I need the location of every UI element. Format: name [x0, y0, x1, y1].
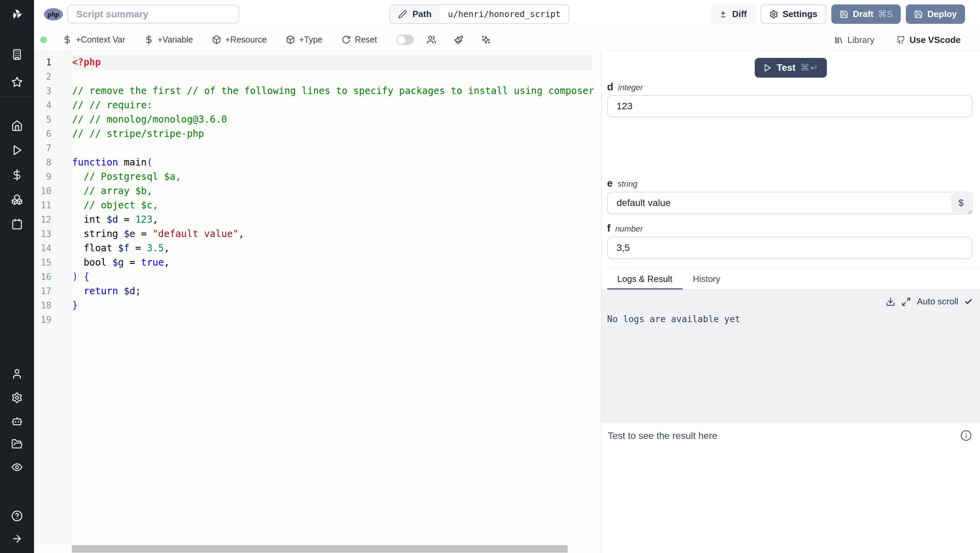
- dollar-icon: [63, 35, 72, 44]
- code-line[interactable]: [72, 70, 592, 84]
- add-variable-button[interactable]: +Variable: [144, 35, 193, 45]
- home-icon[interactable]: [9, 118, 25, 134]
- play-icon: [763, 63, 772, 72]
- tab-history[interactable]: History: [682, 269, 730, 289]
- workspace-building-icon[interactable]: [9, 46, 25, 63]
- code-line[interactable]: // object $c,: [72, 198, 592, 212]
- code-line[interactable]: }: [72, 298, 592, 312]
- user-icon[interactable]: [9, 366, 25, 382]
- code-line[interactable]: string $e = "default value",: [72, 227, 592, 241]
- schedules-calendar-icon[interactable]: [9, 216, 25, 232]
- diff-button[interactable]: Diff: [710, 5, 755, 24]
- variables-dollar-icon[interactable]: [9, 167, 25, 183]
- code-line[interactable]: return $d;: [72, 284, 592, 298]
- code-line[interactable]: <?php: [72, 55, 592, 70]
- add-resource-button[interactable]: +Resource: [212, 35, 267, 45]
- expand-sidebar-arrow-icon[interactable]: [9, 531, 25, 547]
- variable-label: +Variable: [158, 35, 193, 45]
- line-number: 9: [34, 170, 71, 184]
- library-button[interactable]: Library: [834, 35, 874, 45]
- line-number: 18: [34, 298, 71, 312]
- download-logs-icon[interactable]: [886, 297, 895, 306]
- test-label: Test: [776, 62, 795, 73]
- auto-scroll-check-icon[interactable]: [964, 298, 972, 306]
- draft-shortcut: ⌘S: [878, 9, 892, 19]
- add-context-var-button[interactable]: +Context Var: [63, 35, 125, 45]
- line-number: 6: [34, 127, 71, 141]
- package-icon: [212, 35, 221, 44]
- app-sidebar: [0, 0, 34, 553]
- path-value[interactable]: u/henri/honored_script: [440, 5, 569, 23]
- arg-f-input[interactable]: [607, 237, 972, 259]
- code-line[interactable]: ) {: [72, 270, 592, 284]
- arg-e-input[interactable]: [607, 192, 972, 214]
- runs-play-icon[interactable]: [9, 142, 25, 158]
- code-line[interactable]: bool $g = true,: [72, 255, 592, 270]
- pencil-icon: [398, 10, 407, 19]
- code-lines[interactable]: <?php// remove the first // of the follo…: [72, 51, 592, 545]
- resources-boxes-icon[interactable]: [9, 191, 25, 208]
- windmill-logo-icon[interactable]: [9, 6, 25, 22]
- code-line[interactable]: // // stripe/stripe-php: [72, 127, 592, 141]
- line-number: 2: [34, 70, 71, 84]
- line-number: 1: [34, 55, 71, 70]
- dollar-icon: [144, 35, 153, 44]
- workers-bot-icon[interactable]: [9, 413, 25, 429]
- line-number: 11: [34, 198, 71, 212]
- line-number: 7: [34, 141, 71, 155]
- info-icon[interactable]: [960, 430, 972, 441]
- code-line[interactable]: // remove the first // of the following …: [72, 84, 592, 98]
- multiplayer-users-icon[interactable]: [427, 35, 436, 45]
- assistant-toggle[interactable]: [396, 35, 414, 45]
- draft-button[interactable]: Draft ⌘S: [831, 5, 901, 24]
- folders-icon[interactable]: [9, 436, 25, 452]
- arg-name: f: [607, 222, 611, 234]
- php-language-badge: php: [44, 8, 63, 21]
- resource-label: +Resource: [225, 35, 267, 45]
- code-line[interactable]: // // require:: [72, 98, 592, 112]
- code-line[interactable]: int $d = 123,: [72, 212, 592, 227]
- code-line[interactable]: // Postgresql $a,: [72, 170, 592, 184]
- line-number: 4: [34, 98, 71, 112]
- line-number: 15: [34, 255, 71, 270]
- code-line[interactable]: // array $b,: [72, 184, 592, 198]
- code-line[interactable]: // // monolog/monolog@3.6.0: [72, 112, 592, 127]
- tab-logs-result[interactable]: Logs & Result: [607, 269, 682, 289]
- favorites-star-icon[interactable]: [9, 74, 25, 90]
- code-line[interactable]: [72, 141, 592, 155]
- code-line[interactable]: [72, 312, 592, 327]
- line-number: 8: [34, 155, 71, 170]
- help-icon[interactable]: [9, 508, 25, 524]
- code-line[interactable]: float $f = 3.5,: [72, 241, 592, 255]
- arg-type: string: [617, 179, 638, 189]
- test-button[interactable]: Test ⌘↵: [755, 58, 827, 78]
- deploy-button[interactable]: Deploy: [906, 5, 965, 24]
- path-label-section[interactable]: Path: [390, 5, 440, 23]
- library-icon: [834, 35, 843, 45]
- expand-logs-icon[interactable]: [901, 297, 911, 306]
- format-paintbrush-icon[interactable]: [454, 35, 463, 45]
- use-vscode-button[interactable]: Use VScode: [896, 35, 961, 45]
- line-number: 17: [34, 284, 71, 298]
- resize-grip-icon[interactable]: [966, 209, 972, 214]
- path-chip[interactable]: Path u/henri/honored_script: [389, 5, 569, 24]
- diff-label: Diff: [732, 9, 746, 19]
- settings-button[interactable]: Settings: [760, 5, 827, 24]
- arg-e-label: e string: [607, 177, 637, 189]
- script-summary-input[interactable]: [67, 5, 239, 24]
- horizontal-scrollbar[interactable]: [72, 545, 568, 553]
- audit-eye-icon[interactable]: [9, 459, 25, 475]
- line-number: 5: [34, 112, 71, 127]
- settings-gear-icon[interactable]: [9, 390, 25, 406]
- auto-scroll-label[interactable]: Auto scroll: [917, 296, 958, 307]
- arg-d-input[interactable]: [607, 95, 972, 118]
- reset-button[interactable]: Reset: [342, 35, 377, 45]
- code-line[interactable]: function main(: [72, 155, 592, 170]
- add-type-button[interactable]: +Type: [286, 35, 323, 45]
- code-editor[interactable]: 12345678910111213141516171819 <?php// re…: [34, 51, 601, 553]
- run-panel: Test ⌘↵ d integer e string $ f number g …: [601, 51, 980, 553]
- line-number: 12: [34, 212, 71, 227]
- ai-sparkles-icon[interactable]: [481, 35, 491, 45]
- reset-label: Reset: [355, 35, 377, 45]
- line-number: 16: [34, 270, 71, 284]
